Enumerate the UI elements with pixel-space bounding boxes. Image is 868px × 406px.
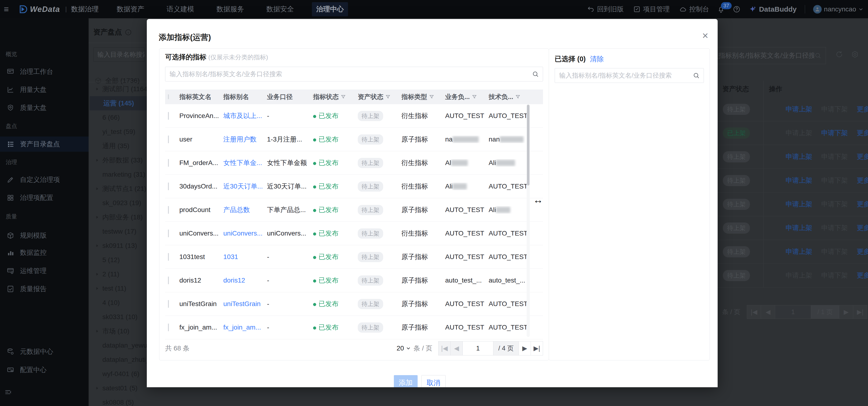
indicator-alias-link[interactable]: uniTestGrain [223, 300, 267, 308]
sidebar-item-数据监控[interactable]: 数据监控 [0, 245, 89, 260]
tree-item-8[interactable]: 测试节点1 (21) [89, 182, 152, 196]
row-checkbox[interactable] [168, 112, 169, 120]
indicator-search-input[interactable]: 输入指标别名/指标英文名/业务口径搜索 [165, 67, 543, 81]
scrollbar-thumb[interactable] [527, 105, 529, 185]
nav-item-4[interactable]: 数据安全 [262, 2, 298, 16]
tree-item-18[interactable]: 市场 (10) [89, 324, 152, 338]
row-checkbox[interactable] [168, 253, 169, 261]
more-dropdown[interactable]: 更多 ▾ [857, 105, 868, 114]
row-checkbox[interactable] [168, 182, 169, 190]
databuddy-button[interactable]: DataBuddy [748, 5, 797, 13]
close-icon[interactable]: × [702, 30, 708, 41]
more-dropdown[interactable]: 更多 ▾ [857, 152, 868, 161]
filter-icon[interactable] [385, 94, 391, 100]
first-page-button[interactable]: |◀ [747, 305, 761, 319]
tree-item-4[interactable]: yi_test (59) [89, 125, 152, 139]
cancel-button[interactable]: 取消 [422, 375, 446, 387]
tree-item-7[interactable]: marketing (31) [89, 167, 152, 182]
prev-page-button[interactable]: ◀ [451, 341, 463, 356]
clear-selection-link[interactable]: 清除 [590, 55, 604, 64]
sidebar-item-自定义治理项[interactable]: 自定义治理项 [0, 172, 89, 187]
tree-item-19[interactable]: dataplan_yewufer [89, 338, 152, 352]
apply-online-link[interactable]: 申请上架 [785, 105, 812, 114]
bg-search-input[interactable]: 输入指标别名/指标英文名/业务口径搜索 [700, 47, 826, 64]
filter-icon[interactable] [472, 94, 477, 100]
next-page-button[interactable]: ▶ [839, 305, 853, 319]
help-button[interactable] [733, 5, 740, 13]
page-number-input[interactable]: 1 [775, 305, 811, 319]
sidebar-item-治理工作台[interactable]: 治理工作台 [0, 64, 89, 79]
gear-icon[interactable] [851, 50, 859, 58]
selected-search-input[interactable]: 输入指标别名/指标英文名/业务口径搜索 [555, 68, 704, 83]
tree-item-17[interactable]: sk0331 (10) [89, 310, 152, 324]
tree-item-11[interactable]: testww (17) [89, 224, 152, 239]
indicator-alias-link[interactable]: uniConvers... [223, 230, 267, 237]
indicator-alias-link[interactable]: doris12 [223, 277, 267, 284]
more-dropdown[interactable]: 更多 ▾ [857, 224, 868, 232]
indicator-alias-link[interactable]: 近30天订单... [223, 182, 267, 191]
filter-icon[interactable] [341, 94, 346, 100]
tree-item-13[interactable]: 5 (12) [89, 253, 152, 267]
sidebar-item-规则模版[interactable]: 规则模版 [0, 228, 89, 243]
indicator-alias-link[interactable]: 1031 [223, 253, 267, 261]
tree-item-3[interactable]: 6 (66) [89, 110, 152, 125]
tree-search-input[interactable]: 输入目录名称搜索 [93, 47, 145, 62]
apply-online-link[interactable]: 申请上架 [785, 200, 812, 209]
filter-icon[interactable] [429, 94, 434, 100]
tree-item-16[interactable]: 4 (10) [89, 296, 152, 310]
row-checkbox[interactable] [168, 277, 169, 284]
scrollbar[interactable] [527, 104, 530, 337]
sidebar-item-运维管理[interactable]: 运维管理 [0, 263, 89, 278]
last-page-button[interactable]: ▶| [853, 305, 867, 319]
first-page-button[interactable]: |◀ [438, 341, 451, 356]
apply-online-link[interactable]: 申请上架 [785, 152, 812, 161]
tree-item-14[interactable]: 2 (11) [89, 267, 152, 281]
apply-online-link[interactable]: 申请上架 [785, 247, 812, 256]
notifications-button[interactable]: 37 [717, 5, 725, 13]
add-button[interactable]: 添加 [394, 375, 417, 387]
indicator-alias-link[interactable]: 注册用户数 [223, 135, 267, 144]
indicator-alias-link[interactable]: 城市及以上... [223, 111, 267, 121]
indicator-alias-link[interactable]: fx_join_am... [223, 324, 267, 331]
more-dropdown[interactable]: 更多 ▾ [857, 129, 868, 137]
tree-item-15[interactable]: test (11) [89, 281, 152, 296]
info-icon[interactable] [125, 29, 132, 36]
refresh-icon[interactable] [835, 50, 843, 58]
tree-item-6[interactable]: 外部数据 (33) [89, 153, 152, 167]
tree-item-23[interactable]: sk0808 (5) [89, 395, 152, 406]
prev-page-button[interactable]: ◀ [761, 305, 775, 319]
indicator-alias-link[interactable]: 产品总数 [223, 205, 267, 214]
user-menu[interactable]: nancyncao [813, 5, 864, 13]
tree-item-10[interactable]: 内部业务 (18) [89, 210, 152, 224]
tree-item-5[interactable]: 通用 (35) [89, 139, 152, 153]
select-all-checkbox[interactable] [165, 95, 179, 99]
sidebar-item-资产目录盘点[interactable]: 资产目录盘点 [0, 137, 89, 152]
apply-offline-link[interactable]: 申请下架 [821, 129, 848, 137]
sidebar-item-配置中心[interactable]: 配置中心 [0, 362, 89, 377]
nav-item-5[interactable]: 治理中心 [312, 2, 348, 16]
last-page-button[interactable]: ▶| [531, 341, 543, 356]
tree-item-22[interactable]: satest01 (5) [89, 381, 152, 395]
hamburger-icon[interactable]: ≡ [4, 4, 14, 14]
nav-item-3[interactable]: 数据服务 [212, 2, 248, 16]
nav-util-project[interactable]: 项目管理 [633, 5, 670, 14]
row-checkbox[interactable] [168, 230, 169, 237]
row-checkbox[interactable] [168, 136, 169, 143]
row-checkbox[interactable] [168, 300, 169, 308]
sidebar-item-质量大盘[interactable]: 质量大盘 [0, 100, 89, 115]
nav-util-undo[interactable]: 回到旧版 [587, 5, 624, 14]
sidebar-item-用量大盘[interactable]: 用量大盘 [0, 82, 89, 97]
row-checkbox[interactable] [168, 324, 169, 331]
sidebar-item-治理项配置[interactable]: 治理项配置 [0, 190, 89, 205]
tree-item-21[interactable]: wyf-0401 (6) [89, 367, 152, 381]
row-checkbox[interactable] [168, 206, 169, 214]
nav-item-2[interactable]: 语义建模 [162, 2, 198, 16]
tree-item-12[interactable]: sk0911 (13) [89, 239, 152, 253]
tree-item-9[interactable]: sk_0923 (19) [89, 196, 152, 210]
apply-online-link[interactable]: 申请上架 [785, 224, 812, 232]
per-page-select[interactable]: 20 [397, 344, 411, 352]
more-dropdown[interactable]: 更多 ▾ [857, 271, 868, 280]
row-checkbox[interactable] [168, 159, 169, 167]
sidebar-collapse-button[interactable] [4, 389, 12, 396]
indicator-alias-link[interactable]: 女性下单金... [223, 158, 267, 167]
